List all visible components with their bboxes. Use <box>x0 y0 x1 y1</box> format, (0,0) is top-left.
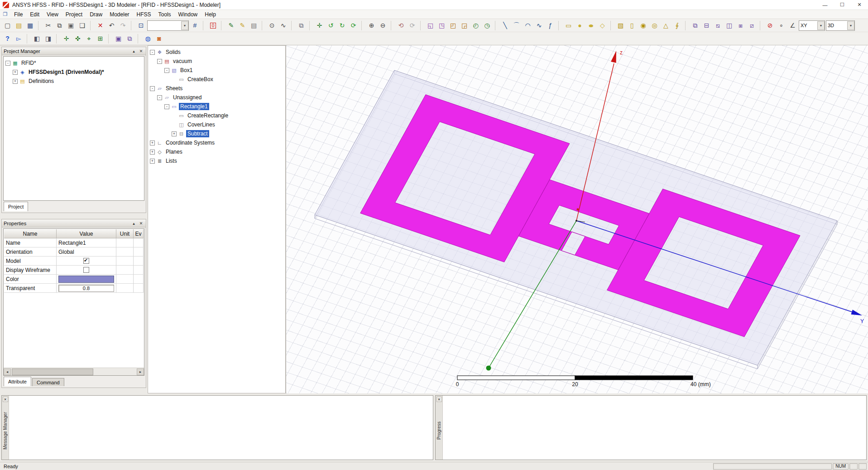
view-redo-icon[interactable]: ⟳ <box>407 20 417 31</box>
selection-mode-combo[interactable] <box>147 20 189 31</box>
tree-item-unassigned[interactable]: - ▱ Unassigned <box>148 93 285 102</box>
transparent-field[interactable]: 0.8 <box>58 285 114 292</box>
color-swatch[interactable] <box>58 276 114 283</box>
expand-toggle-icon[interactable]: + <box>150 141 155 145</box>
imprint-icon[interactable]: ⧆ <box>735 20 746 31</box>
maximize-button[interactable]: ☐ <box>834 0 851 10</box>
new-file-icon[interactable]: ▢ <box>2 20 13 31</box>
draw-equation-curve-icon[interactable]: ƒ <box>545 20 556 31</box>
tree-item-box1[interactable]: - ▧ Box1 <box>148 66 285 75</box>
expand-toggle-icon[interactable]: + <box>172 131 177 136</box>
draw-polygon-icon[interactable]: ◇ <box>597 20 608 31</box>
paste-icon[interactable]: ▣ <box>66 20 76 31</box>
subtract-icon[interactable]: ⊟ <box>701 20 712 31</box>
tree-item-subtract[interactable]: + ⊟ Subtract <box>148 129 285 138</box>
undo-icon[interactable]: ↶ <box>106 20 117 31</box>
progress-content[interactable] <box>443 396 866 460</box>
expand-toggle-icon[interactable] <box>172 122 177 127</box>
rotate-current-axis-icon[interactable]: ↻ <box>337 20 347 31</box>
name-value[interactable]: Rectangle1 <box>57 238 116 247</box>
pan-icon[interactable]: ✛ <box>314 20 325 31</box>
print-icon[interactable]: ❑ <box>77 20 87 31</box>
script-play-icon[interactable]: ✎ <box>237 20 248 31</box>
expand-toggle-icon[interactable]: - <box>164 104 169 109</box>
expand-toggle-icon[interactable]: - <box>5 61 10 66</box>
snap-edge-icon[interactable]: ✜ <box>72 34 83 44</box>
scroll-left-icon[interactable]: ◂ <box>4 368 11 375</box>
context-help-icon[interactable]: ? <box>2 34 13 44</box>
view-dimension-combo[interactable]: 3D <box>826 20 855 31</box>
scroll-right-icon[interactable]: ▸ <box>137 368 144 375</box>
draw-arc-icon[interactable]: ⌒ <box>511 20 522 31</box>
menu-item[interactable]: HFSS <box>133 10 155 19</box>
draw-spline-icon[interactable]: ∿ <box>534 20 544 31</box>
fit-selection-icon[interactable]: ◳ <box>436 20 447 31</box>
collapse-panel-icon[interactable]: ▴ <box>131 220 137 226</box>
close-panel-icon[interactable]: ✕ <box>138 48 144 54</box>
modeler-viewport[interactable]: Y z 0 20 40 (mm) <box>286 45 868 393</box>
tab-project[interactable]: Project <box>4 202 28 211</box>
draw-cylinder-icon[interactable]: ▯ <box>627 20 637 31</box>
draw-center-arc-icon[interactable]: ◠ <box>523 20 533 31</box>
copy-icon[interactable]: ⧉ <box>54 20 65 31</box>
close-button[interactable]: ✕ <box>851 0 868 10</box>
child-window-icon[interactable]: ❐ <box>2 11 9 17</box>
tree-item-solids[interactable]: - ❖ Solids <box>148 48 285 57</box>
align-icon[interactable]: ▣ <box>113 34 124 44</box>
tree-item-sheets[interactable]: - ▱ Sheets <box>148 84 285 93</box>
menu-item[interactable]: Project <box>62 10 86 19</box>
non-model-icon[interactable]: ⊘ <box>765 20 775 31</box>
minimize-button[interactable]: — <box>816 0 834 10</box>
measure-icon[interactable]: ∠ <box>787 20 798 31</box>
tree-item-createrectangle[interactable]: ▭ CreateRectangle <box>148 111 285 120</box>
expand-toggle-icon[interactable] <box>172 77 177 82</box>
zoom-in-icon[interactable]: ⊕ <box>366 20 377 31</box>
world-cs-icon[interactable]: ◍ <box>143 34 153 44</box>
select-object-icon[interactable]: ⊡ <box>136 20 146 31</box>
tree-item-planes[interactable]: + ◇ Planes <box>148 147 285 156</box>
dynamic-rotate-icon[interactable]: ⟳ <box>348 20 359 31</box>
menu-item[interactable]: Modeler <box>106 10 133 19</box>
expand-toggle-icon[interactable]: - <box>150 50 155 55</box>
draw-sphere-icon[interactable]: ◉ <box>638 20 648 31</box>
menu-item[interactable]: Help <box>201 10 220 19</box>
select-pointer-icon[interactable]: ▻ <box>14 34 24 44</box>
scrollbar-thumb[interactable] <box>12 368 93 375</box>
menu-item[interactable]: File <box>10 10 26 19</box>
expand-toggle-icon[interactable] <box>172 113 177 118</box>
expand-toggle-icon[interactable]: - <box>150 86 155 91</box>
split-icon[interactable]: ◫ <box>724 20 734 31</box>
plot-icon[interactable]: ∿ <box>278 20 288 31</box>
expand-toggle-icon[interactable]: - <box>157 59 162 64</box>
menu-item[interactable]: View <box>43 10 62 19</box>
draw-rectangle-icon[interactable]: ▭ <box>563 20 574 31</box>
script-record-icon[interactable]: ✎ <box>226 20 236 31</box>
tab-command[interactable]: Command <box>32 378 64 386</box>
intersect-icon[interactable]: ⧅ <box>713 20 723 31</box>
draw-helix-icon[interactable]: ∮ <box>672 20 682 31</box>
3d-view[interactable]: Y z 0 20 40 (mm) <box>286 45 868 393</box>
expand-toggle-icon[interactable]: + <box>13 70 18 75</box>
tab-attribute[interactable]: Attribute <box>4 377 31 386</box>
message-manager-content[interactable] <box>9 396 433 460</box>
properties-hscrollbar[interactable]: ◂ ▸ <box>4 368 144 375</box>
save-icon[interactable]: ▦ <box>25 20 35 31</box>
tree-item-project-rfid[interactable]: - ▦ RFID* <box>4 58 144 68</box>
working-plane-combo[interactable]: XY <box>799 20 825 31</box>
close-panel-icon[interactable]: ✕ <box>138 220 144 226</box>
draw-torus-icon[interactable]: ◎ <box>649 20 660 31</box>
fit-all-icon[interactable]: ◱ <box>425 20 436 31</box>
open-file-icon[interactable]: ▤ <box>14 20 24 31</box>
orient-bottom-icon[interactable]: ◲ <box>459 20 470 31</box>
expand-toggle-icon[interactable]: + <box>150 150 155 155</box>
array-icon[interactable]: ⧉ <box>125 34 135 44</box>
view-undo-icon[interactable]: ⟲ <box>396 20 406 31</box>
model-checkbox[interactable] <box>83 258 89 264</box>
material-browser-icon[interactable]: ◙ <box>154 34 164 44</box>
cut-icon[interactable]: ✂ <box>43 20 53 31</box>
close-panel-icon[interactable]: ✕ <box>3 397 8 402</box>
display-wireframe-checkbox[interactable] <box>83 267 89 273</box>
expand-toggle-icon[interactable]: - <box>157 95 162 100</box>
collapse-panel-icon[interactable]: ▴ <box>131 48 137 54</box>
expand-toggle-icon[interactable]: + <box>13 79 18 84</box>
